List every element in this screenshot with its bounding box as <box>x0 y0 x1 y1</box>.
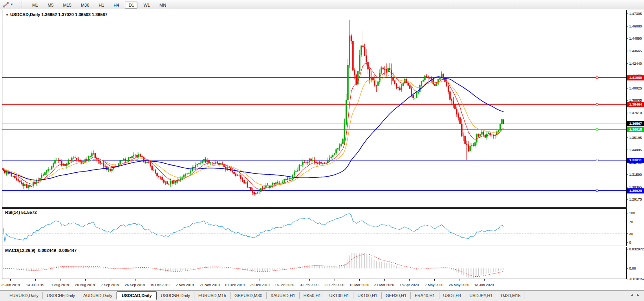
chart-tab-DJ30-M15[interactable]: DJ30,M15 <box>497 292 525 299</box>
tab-scroll-left-icon[interactable]: ◄ <box>630 293 633 297</box>
chart-ohlc-values: 1.36952 1.37020 1.36503 1.36567 <box>41 12 107 17</box>
chart-tab-UK100-H1[interactable]: UK100,H1 <box>325 292 353 299</box>
chart-collapse-caret[interactable]: ▼ <box>5 13 9 17</box>
chart-tab-USDCHF-Daily[interactable]: USDCHF,Daily <box>43 292 79 299</box>
chart-tab-USDCNH-Daily[interactable]: USDCNH,Daily <box>157 292 194 299</box>
chart-tab-UK100-H1[interactable]: UK100,H1 <box>353 292 382 299</box>
chart-tab-AUDUSD-Daily[interactable]: AUDUSD,Daily <box>79 292 117 299</box>
chart-tab-USOil-H4[interactable]: USOil,H4 <box>439 292 466 299</box>
macd-label: MACD(12,26,9) -0.002449 -0.005447 <box>5 248 77 253</box>
chart-tab-HK50-H1[interactable]: HK50,H1 <box>300 292 326 299</box>
rsi-label: RSI(14) 51.5572 <box>5 210 37 215</box>
chart-tab-USDJPY-H1[interactable]: USDJPY,H1 <box>465 292 497 299</box>
tab-scroll-right-icon[interactable]: ► <box>637 293 640 297</box>
chart-tab-XAUUSD-H1[interactable]: XAUUSD,H1 <box>267 292 300 299</box>
chart-tab-bar: EURUSD,DailyUSDCHF,DailyAUDUSD,DailyUSDC… <box>0 290 644 301</box>
chart-tab-FRA40-H1[interactable]: FRA40,H1 <box>411 292 439 299</box>
chart-tab-EURUSD-Daily[interactable]: EURUSD,Daily <box>5 292 43 299</box>
chart-symbol-label: USDCAD,Daily <box>10 12 40 17</box>
chart-tab-EURUSD-M15[interactable]: EURUSD,M15 <box>194 292 231 299</box>
chart-tab-GBPUSD-M30[interactable]: GBPUSD,M30 <box>231 292 267 299</box>
chart-tabs: EURUSD,DailyUSDCHF,DailyAUDUSD,DailyUSDC… <box>0 291 525 300</box>
chart-canvas[interactable] <box>0 0 644 290</box>
chart-title: ▼USDCAD,Daily 1.36952 1.37020 1.36503 1.… <box>5 12 108 17</box>
tab-scroll-controls: ◄ ► <box>630 293 640 297</box>
chart-tab-GER30-H1[interactable]: GER30,H1 <box>382 292 411 299</box>
chart-tab-USDCAD-Daily[interactable]: USDCAD,Daily <box>117 291 157 300</box>
